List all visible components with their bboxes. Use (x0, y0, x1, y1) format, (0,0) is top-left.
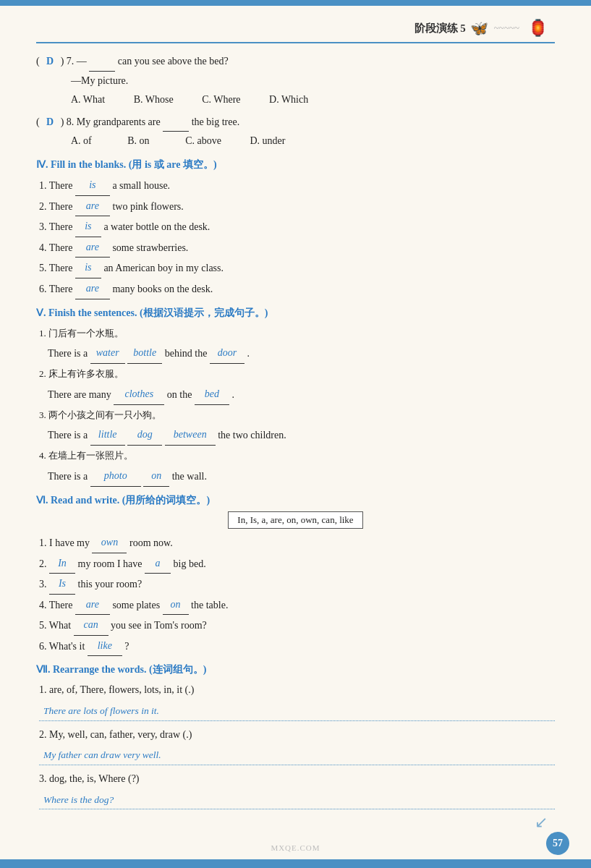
butterfly-icon: 🦋 (470, 20, 488, 37)
vi-4-b1: are (75, 595, 110, 616)
vi-3-blank: Is (49, 574, 75, 595)
v-1-b2: bottle (127, 343, 162, 364)
v-2-b1: clothes (114, 384, 164, 405)
vi-2-text: 2. In my room I have a big bed. (39, 558, 206, 569)
section-iv: Ⅳ. Fill in the blanks. (用 is 或 are 填空。) … (36, 158, 555, 299)
vi-5-text: 5. What can you see in Tom's room? (39, 620, 207, 631)
vii-3-prompt: 3. dog, the, is, Where (?) (39, 773, 140, 784)
q8-optA: A. of (71, 135, 92, 146)
v-3-b2: dog (127, 425, 162, 446)
iv-item4: 4. There are some strawberries. (39, 238, 555, 258)
q7-num: 7. — (67, 56, 90, 67)
v-4-b2: on (143, 466, 169, 487)
q7-answer: D (42, 52, 58, 72)
iv-1-suffix: a small house. (110, 180, 170, 191)
iv-5-blank: is (75, 258, 101, 278)
iv-4-num: 4. There (39, 242, 75, 253)
wave-decoration: ↙ (535, 813, 548, 832)
q8-optC: C. above (185, 135, 221, 146)
iv-item5: 5. There is an American boy in my class. (39, 258, 555, 278)
iv-3-suffix: a water bottle on the desk. (101, 221, 210, 232)
vi-item5: 5. What can you see in Tom's room? (39, 616, 555, 636)
vi-item3: 3. Is this your room? (39, 574, 555, 595)
vi-item1: 1. I have my own room now. (39, 533, 555, 553)
q8-answer: D (42, 113, 58, 132)
vii-item3: 3. dog, the, is, Where (?) Where is the … (39, 770, 555, 809)
iv-item6: 6. There are many books on the desk. (39, 279, 555, 299)
section-iv-title: Ⅳ. Fill in the blanks. (用 is 或 are 填空。) (36, 158, 555, 171)
v-1-b1: water (90, 343, 125, 364)
iv-2-num: 2. There (39, 201, 75, 212)
section-vii: Ⅶ. Rearrange the words. (连词组句。) 1. are, … (36, 663, 555, 809)
v-3-chinese: 3. 两个小孩之间有一只小狗。 (39, 409, 161, 420)
iv-item1: 1. There is a small house. (39, 176, 555, 196)
iv-item2: 2. There are two pink flowers. (39, 197, 555, 217)
iv-5-num: 5. There (39, 263, 75, 273)
v-item1: 1. 门后有一个水瓶。 There is a water bottle behi… (39, 324, 555, 365)
q7-options: A. What B. Whose C. Where D. Which (71, 94, 308, 105)
mc-q7: ( D ) 7. — can you see above the bed? —M… (36, 52, 555, 110)
q7-paren-open: ( (36, 56, 42, 67)
section-v: Ⅴ. Finish the sentences. (根据汉语提示，完成句子。) … (36, 307, 555, 487)
q8-paren-close: ) (58, 116, 64, 127)
vi-6-text: 6. What's it like ? (39, 641, 129, 652)
vi-6-blank: like (88, 637, 122, 657)
top-line (0, 0, 591, 6)
section-vi-title: Ⅵ. Read and write. (用所给的词填空。) (36, 494, 555, 507)
header: 阶段演练 5 🦋 ~~~~~ 🏮 (36, 14, 555, 43)
vii-2-prompt: 2. My, well, can, father, very, draw (.) (39, 729, 192, 740)
vii-1-prompt: 1. are, of, There, flowers, lots, in, it… (39, 684, 194, 695)
iv-5-suffix: an American boy in my class. (101, 263, 224, 273)
word-bank: In, Is, a, are, on, own, can, like (228, 511, 362, 529)
section-v-title: Ⅴ. Finish the sentences. (根据汉语提示，完成句子。) (36, 307, 555, 320)
vi-item4: 4. There are some plates on the table. (39, 595, 555, 616)
q8-optB: B. on (127, 135, 149, 146)
v-3-b3: between (165, 425, 216, 446)
section-vii-title: Ⅶ. Rearrange the words. (连词组句。) (36, 663, 555, 676)
vi-1-text: 1. I have my own room now. (39, 537, 173, 548)
vi-3-text: 3. Is this your room? (39, 579, 142, 590)
iv-item3: 3. There is a water bottle on the desk. (39, 217, 555, 237)
iv-3-num: 3. There (39, 221, 75, 232)
iv-1-blank: is (75, 176, 110, 196)
q7-sub: —My picture. (71, 75, 128, 86)
v-1-b3: door (210, 343, 245, 364)
vii-2-answer: My father can draw very well. (39, 746, 555, 765)
vi-4-b2: on (163, 595, 189, 616)
watermark: MXQE.COM (271, 843, 320, 852)
v-3-english: There is a little dog between the two ch… (48, 430, 286, 441)
q7-optC: C. Where (202, 94, 240, 105)
q7-text: can you see above the bed? (118, 56, 229, 67)
v-2-chinese: 2. 床上有许多衣服。 (39, 368, 124, 379)
iv-2-blank: are (75, 197, 110, 217)
v-4-b1: photo (90, 466, 141, 487)
vi-1-blank: own (92, 533, 127, 553)
iv-2-suffix: two pink flowers. (110, 201, 184, 212)
v-4-english: There is a photo on the wall. (48, 471, 207, 482)
v-2-english: There are many clothes on the bed . (48, 389, 234, 400)
iv-6-blank: are (75, 279, 110, 299)
v-2-b2: bed (195, 384, 229, 405)
v-item3: 3. 两个小孩之间有一只小狗。 There is a little dog be… (39, 406, 555, 446)
word-bank-container: In, Is, a, are, on, own, can, like (36, 511, 555, 529)
q8-blank (163, 131, 189, 132)
q8-paren-open: ( (36, 116, 42, 127)
v-item2: 2. 床上有许多衣服。 There are many clothes on th… (39, 365, 555, 405)
q8-text: 8. My grandparents are (67, 116, 163, 127)
iv-6-suffix: many books on the desk. (110, 284, 213, 294)
iv-3-blank: is (75, 217, 101, 237)
v-item4: 4. 在墙上有一张照片。 There is a photo on the wal… (39, 446, 555, 487)
q7-blank (89, 71, 115, 72)
vi-item6: 6. What's it like ? (39, 637, 555, 657)
iv-1-num: 1. There (39, 180, 75, 191)
q8-rest: the big tree. (192, 116, 239, 127)
bottom-bar (0, 859, 591, 868)
lamp-icon: 🏮 (528, 19, 548, 38)
vii-1-answer: There are lots of flowers in it. (39, 702, 555, 721)
section-vi: Ⅵ. Read and write. (用所给的词填空。) In, Is, a,… (36, 494, 555, 657)
page: 阶段演练 5 🦋 ~~~~~ 🏮 ( D ) 7. — can you see … (0, 0, 591, 868)
v-4-chinese: 4. 在墙上有一张照片。 (39, 450, 133, 461)
deco-line: ~~~~~ (494, 22, 519, 34)
q8-optD: D. under (250, 135, 285, 146)
iv-4-suffix: some strawberries. (110, 242, 188, 253)
